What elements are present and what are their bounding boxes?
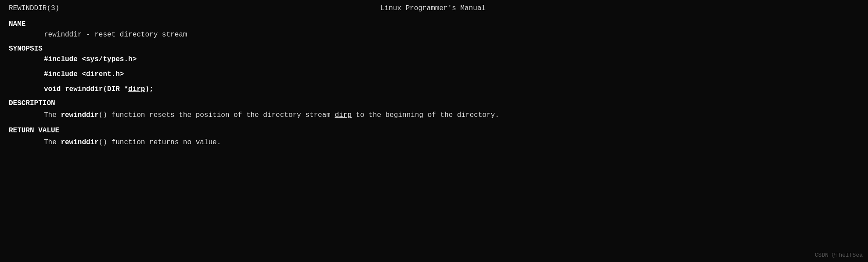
section-return-value: RETURN VALUE The rewinddir() function re… [9,127,859,148]
synopsis-include1: #include <sys/types.h> [9,55,859,63]
synopsis-include2: #include <dirent.h> [9,70,859,78]
section-description-title: DESCRIPTION [9,99,859,107]
desc-pre: The [44,111,61,119]
section-return-title: RETURN VALUE [9,127,859,135]
return-content: The rewinddir() function returns no valu… [9,137,859,148]
return-suffix: () function returns no value. [99,138,221,146]
description-content: The rewinddir() function resets the posi… [9,110,859,120]
header-right [807,4,859,12]
prototype-prefix: void rewinddir(DIR * [44,85,128,93]
section-name: NAME rewinddir - reset directory stream [9,20,859,39]
prototype-suffix: ); [145,85,153,93]
prototype-param: dirp [128,85,145,93]
section-synopsis-title: SYNOPSIS [9,45,859,53]
watermark: CSDN @TheITSea [815,252,863,258]
section-synopsis: SYNOPSIS #include <sys/types.h> #include… [9,45,859,93]
synopsis-prototype: void rewinddir(DIR *dirp); [9,85,859,93]
desc-func: rewinddir [61,111,98,119]
desc-mid2: to the beginning of the directory. [352,111,499,119]
header-left: REWINDDIR(3) [9,4,59,12]
section-name-content: rewinddir - reset directory stream [9,31,859,39]
desc-mid1: () function resets the position of the d… [99,111,335,119]
return-func: rewinddir [61,138,98,146]
section-description: DESCRIPTION The rewinddir() function res… [9,99,859,120]
header: REWINDDIR(3) Linux Programmer's Manual [9,4,859,12]
return-pre: The [44,138,61,146]
header-center: Linux Programmer's Manual [380,4,486,12]
desc-param: dirp [335,111,352,119]
section-name-title: NAME [9,20,859,28]
